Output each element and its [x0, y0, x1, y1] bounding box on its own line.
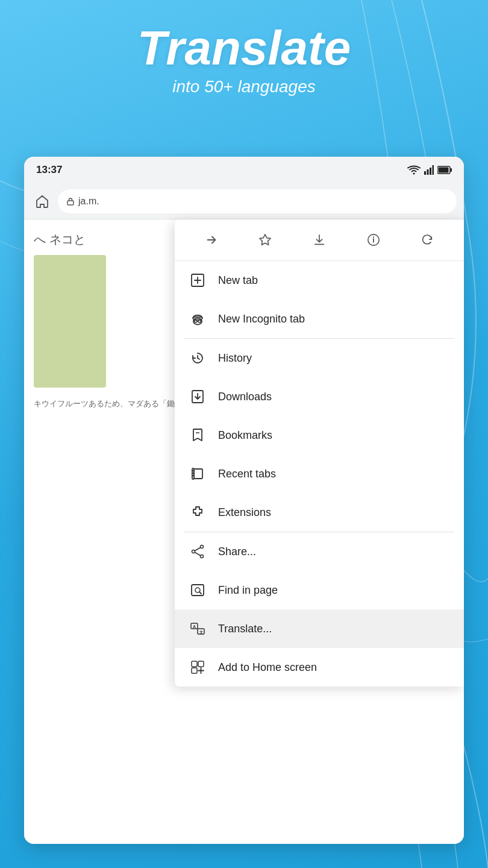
- svg-rect-7: [439, 168, 449, 173]
- menu-item-add-home[interactable]: Add to Home screen: [175, 648, 464, 687]
- svg-point-34: [201, 555, 204, 558]
- svg-rect-45: [192, 661, 197, 667]
- wifi-icon: [407, 165, 421, 175]
- extensions-icon: [189, 504, 206, 521]
- menu-item-new-tab[interactable]: New tab: [175, 261, 464, 300]
- home-button[interactable]: [31, 190, 53, 212]
- svg-point-35: [192, 550, 195, 553]
- url-text: ja.m.: [78, 196, 99, 207]
- svg-rect-4: [433, 165, 434, 175]
- url-bar[interactable]: ja.m.: [58, 189, 457, 213]
- menu-label-bookmarks: Bookmarks: [218, 429, 272, 442]
- home-icon: [35, 194, 49, 209]
- menu-label-history: History: [218, 352, 252, 365]
- context-menu: New tab New Incognito tab: [175, 219, 464, 687]
- menu-label-share: Share...: [218, 546, 256, 558]
- menu-item-bookmarks[interactable]: Bookmarks: [175, 416, 464, 454]
- app-header: Translate into 50+ languages: [0, 24, 488, 96]
- menu-item-recent-tabs[interactable]: Recent tabs: [175, 454, 464, 493]
- svg-text:文: 文: [199, 630, 203, 634]
- svg-text:A: A: [193, 624, 196, 629]
- share-icon: [189, 543, 206, 560]
- svg-rect-2: [427, 169, 429, 175]
- svg-rect-6: [451, 168, 452, 172]
- svg-point-0: [413, 173, 415, 175]
- battery-icon: [437, 166, 452, 174]
- menu-label-downloads: Downloads: [218, 391, 272, 403]
- svg-point-11: [372, 236, 374, 237]
- svg-rect-38: [192, 585, 204, 596]
- info-button[interactable]: [360, 227, 387, 253]
- svg-rect-8: [67, 201, 74, 205]
- recent-tabs-icon: [189, 465, 206, 482]
- app-subtitle: into 50+ languages: [0, 77, 488, 96]
- downloads-icon: [189, 388, 206, 405]
- menu-toolbar: [175, 219, 464, 261]
- menu-item-share[interactable]: Share...: [175, 532, 464, 571]
- svg-rect-47: [192, 668, 197, 673]
- bookmarks-icon: [189, 427, 206, 444]
- menu-item-downloads[interactable]: Downloads: [175, 377, 464, 416]
- menu-label-incognito: New Incognito tab: [218, 313, 305, 326]
- translate-icon: A 文: [189, 620, 206, 637]
- reload-button[interactable]: [414, 227, 440, 253]
- svg-point-18: [198, 320, 201, 322]
- lock-icon: [66, 197, 75, 206]
- status-icons: [407, 165, 452, 175]
- find-icon: [189, 582, 206, 599]
- status-bar: 13:37: [24, 157, 464, 183]
- svg-rect-1: [424, 171, 426, 175]
- menu-label-translate: Translate...: [218, 623, 272, 635]
- app-title: Translate: [0, 24, 488, 72]
- svg-rect-32: [192, 468, 194, 479]
- address-bar: ja.m.: [24, 183, 464, 219]
- menu-item-translate[interactable]: A 文 Translate...: [175, 609, 464, 648]
- info-icon: [367, 233, 380, 247]
- svg-point-33: [201, 546, 204, 549]
- forward-button[interactable]: [198, 227, 225, 253]
- menu-item-incognito[interactable]: New Incognito tab: [175, 300, 464, 338]
- svg-line-36: [195, 547, 201, 550]
- svg-line-40: [199, 592, 201, 594]
- menu-label-add-home: Add to Home screen: [218, 661, 317, 674]
- menu-label-recent-tabs: Recent tabs: [218, 468, 276, 480]
- menu-item-find-in-page[interactable]: Find in page: [175, 571, 464, 609]
- menu-label-new-tab: New tab: [218, 274, 258, 287]
- forward-icon: [205, 233, 218, 247]
- star-icon: [258, 233, 272, 247]
- svg-line-37: [195, 552, 201, 555]
- svg-line-23: [198, 358, 199, 359]
- add-home-icon: [189, 659, 206, 676]
- reload-icon: [421, 233, 434, 247]
- browser-frame: 13:37: [24, 157, 464, 844]
- page-title-text: へ ネコと: [34, 233, 86, 246]
- signal-icon: [424, 165, 434, 175]
- svg-rect-3: [430, 168, 431, 175]
- history-icon: [189, 350, 206, 366]
- bookmark-button[interactable]: [252, 227, 278, 253]
- svg-rect-46: [198, 661, 204, 667]
- status-time: 13:37: [36, 164, 62, 176]
- svg-rect-27: [194, 469, 202, 479]
- page-image: [34, 255, 106, 388]
- menu-label-find-in-page: Find in page: [218, 584, 278, 597]
- incognito-icon: [189, 310, 206, 327]
- menu-item-history[interactable]: History: [175, 339, 464, 377]
- download-toolbar-icon: [313, 233, 326, 247]
- new-tab-icon: [189, 272, 206, 289]
- svg-point-17: [195, 320, 197, 322]
- download-toolbar-button[interactable]: [306, 227, 333, 253]
- menu-label-extensions: Extensions: [218, 506, 271, 519]
- menu-item-extensions[interactable]: Extensions: [175, 493, 464, 532]
